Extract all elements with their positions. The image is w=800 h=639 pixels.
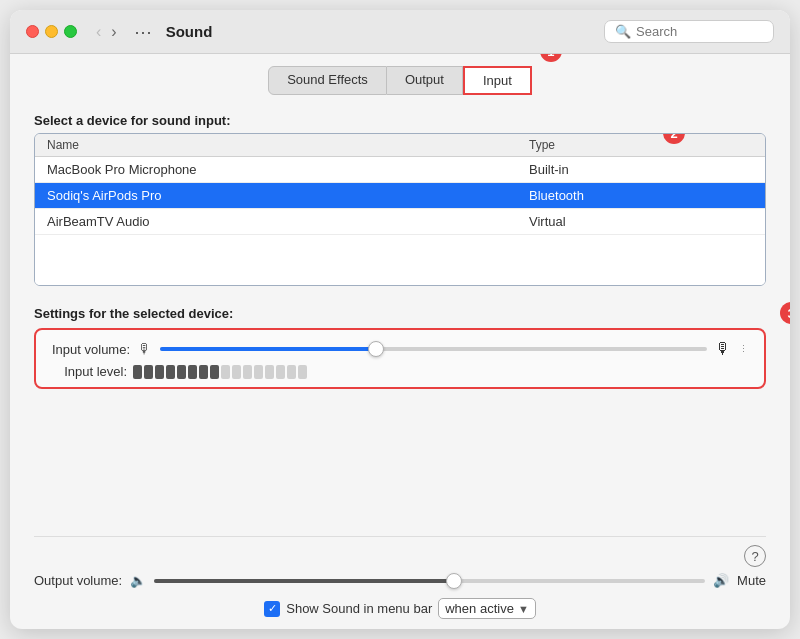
device-name-2: Sodiq's AirPods Pro	[47, 188, 529, 203]
table-row-selected[interactable]: Sodiq's AirPods Pro Bluetooth	[35, 183, 765, 209]
col-extra-header	[729, 138, 753, 152]
device-type-1: Built-in	[529, 162, 729, 177]
close-button[interactable]	[26, 25, 39, 38]
chevron-down-icon: ▼	[518, 603, 529, 615]
empty-rows	[35, 235, 765, 285]
table-row[interactable]: MacBook Pro Microphone Built-in	[35, 157, 765, 183]
checkbox-area: ✓ Show Sound in menu bar when active ▼	[34, 598, 766, 619]
level-bar	[188, 365, 197, 379]
device-name-1: MacBook Pro Microphone	[47, 162, 529, 177]
tab-input[interactable]: Input	[463, 66, 532, 95]
input-level-row: Input level:	[52, 364, 748, 379]
input-volume-label: Input volume:	[52, 342, 130, 357]
slider-thumb[interactable]	[368, 341, 384, 357]
show-sound-checkbox[interactable]: ✓	[264, 601, 280, 617]
level-bar	[287, 365, 296, 379]
mic-high-icon: 🎙	[715, 340, 731, 358]
search-icon: 🔍	[615, 24, 631, 39]
device-table: 2 Name Type MacBook Pro Microphone Built…	[34, 133, 766, 286]
level-bar	[177, 365, 186, 379]
input-volume-row: Input volume: 🎙 🎙 ⋮	[52, 340, 748, 358]
mic-low-icon: 🎙	[138, 341, 152, 357]
when-active-dropdown[interactable]: when active ▼	[438, 598, 536, 619]
level-bar	[243, 365, 252, 379]
when-active-text: when active	[445, 601, 514, 616]
out-slider-thumb[interactable]	[446, 573, 462, 589]
volume-low-icon: 🔈	[130, 573, 146, 588]
device-name-3: AirBeamTV Audio	[47, 214, 529, 229]
level-bar	[232, 365, 241, 379]
input-volume-slider[interactable]	[160, 347, 707, 351]
settings-section-label: Settings for the selected device:	[34, 306, 233, 321]
forward-button[interactable]: ›	[108, 24, 119, 40]
settings-box: Input volume: 🎙 🎙 ⋮ Input level:	[34, 328, 766, 389]
tab-sound-effects[interactable]: Sound Effects	[268, 66, 387, 95]
device-type-2: Bluetooth	[529, 188, 729, 203]
output-volume-label: Output volume:	[34, 573, 122, 588]
col-type-header: Type	[529, 138, 729, 152]
col-name-header: Name	[47, 138, 529, 152]
level-bar	[166, 365, 175, 379]
annotation-3: 3	[780, 302, 790, 324]
window-title: Sound	[166, 23, 213, 40]
slider-fill	[160, 347, 379, 351]
show-sound-label: Show Sound in menu bar	[286, 601, 432, 616]
level-bar	[298, 365, 307, 379]
level-bar	[254, 365, 263, 379]
out-slider-fill	[154, 579, 457, 583]
level-bars	[133, 365, 307, 379]
bottom-section: ? Output volume: 🔈 🔊 Mute ✓ Show Sound i…	[34, 536, 766, 619]
maximize-button[interactable]	[64, 25, 77, 38]
level-bar	[199, 365, 208, 379]
search-input[interactable]	[636, 24, 763, 39]
table-row[interactable]: AirBeamTV Audio Virtual	[35, 209, 765, 235]
content-area: Sound Effects Output Input 1 Select a de…	[10, 54, 790, 629]
apps-icon: ⋯	[134, 21, 152, 43]
mute-label: Mute	[737, 573, 766, 588]
output-volume-row: Output volume: 🔈 🔊 Mute	[34, 573, 766, 588]
help-row: ?	[34, 545, 766, 567]
output-volume-slider[interactable]	[154, 579, 705, 583]
level-bar	[133, 365, 142, 379]
device-type-3: Virtual	[529, 214, 729, 229]
device-section-label: Select a device for sound input:	[34, 113, 230, 128]
nav-arrows: ‹ ›	[93, 24, 120, 40]
search-box[interactable]: 🔍	[604, 20, 774, 43]
dots-icon: ⋮	[739, 344, 748, 354]
main-window: ‹ › ⋯ Sound 🔍 Sound Effects Output Input…	[10, 10, 790, 629]
volume-high-icon: 🔊	[713, 573, 729, 588]
level-bar	[144, 365, 153, 379]
annotation-1: 1	[540, 54, 562, 62]
titlebar: ‹ › ⋯ Sound 🔍	[10, 10, 790, 54]
tabs-wrapper: Sound Effects Output Input 1	[268, 66, 532, 95]
level-bar	[210, 365, 219, 379]
tab-output[interactable]: Output	[387, 66, 463, 95]
checkmark-icon: ✓	[268, 602, 277, 615]
help-button[interactable]: ?	[744, 545, 766, 567]
level-bar	[276, 365, 285, 379]
table-header: Name Type	[35, 134, 765, 157]
back-button[interactable]: ‹	[93, 24, 104, 40]
level-bar	[265, 365, 274, 379]
table-body: MacBook Pro Microphone Built-in Sodiq's …	[35, 157, 765, 285]
input-level-label: Input level:	[52, 364, 127, 379]
minimize-button[interactable]	[45, 25, 58, 38]
traffic-lights	[26, 25, 77, 38]
level-bar	[221, 365, 230, 379]
level-bar	[155, 365, 164, 379]
